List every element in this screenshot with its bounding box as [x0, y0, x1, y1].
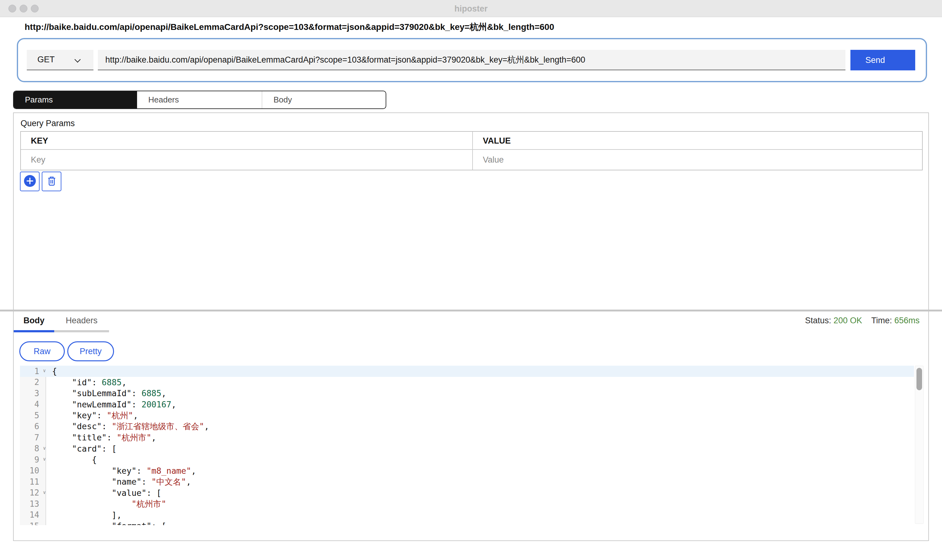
add-param-button[interactable]	[20, 172, 40, 191]
fold-toggle-icon[interactable]: ∨	[43, 490, 46, 495]
line-number: 9	[34, 455, 39, 465]
code-editor[interactable]: 1∨{2 "id": 6885,3 "subLemmaId": 6885,4 "…	[20, 366, 914, 525]
status-value: 200 OK	[834, 316, 862, 325]
code-line: 2 "id": 6885,	[20, 377, 914, 388]
scrollbar-thumb[interactable]	[916, 368, 922, 390]
code-line-text: "format": [	[46, 521, 166, 525]
code-line: 5 "key": "杭州",	[20, 410, 914, 421]
line-number: 7	[34, 433, 39, 442]
gutter-cell: 9∨	[20, 454, 46, 465]
gutter-cell: 13	[20, 498, 46, 509]
fold-toggle-icon[interactable]: ∨	[43, 368, 46, 373]
code-line-text: "newLemmaId": 200167,	[46, 400, 176, 409]
send-button[interactable]: Send	[850, 50, 915, 71]
code-line: 10 "key": "m8_name",	[20, 465, 914, 477]
line-number: 13	[29, 499, 39, 509]
code-line: 11 "name": "中文名",	[20, 476, 914, 488]
fold-toggle-icon[interactable]: ∨	[43, 446, 46, 451]
method-select-value: GET	[37, 55, 55, 65]
code-line: 6 "desc": "浙江省辖地级市、省会",	[20, 421, 914, 432]
status-bar: Status: 200 OK Time: 656ms	[805, 316, 920, 326]
gutter-cell: 15	[20, 520, 46, 525]
gutter-cell: 8∨	[20, 443, 46, 454]
gutter-cell: 11	[20, 476, 46, 488]
code-line-text: "name": "中文名",	[46, 476, 191, 488]
gutter-cell: 3	[20, 388, 46, 399]
response-tab-headers[interactable]: Headers	[54, 314, 109, 327]
request-url-heading: http://baike.baidu.com/api/openapi/Baike…	[25, 21, 554, 33]
window-title: hiposter	[0, 4, 942, 14]
code-line-text: "key": "杭州",	[46, 410, 138, 421]
code-lines: 1∨{2 "id": 6885,3 "subLemmaId": 6885,4 "…	[20, 366, 914, 525]
query-params-title: Query Params	[20, 118, 75, 128]
line-number: 3	[34, 389, 39, 398]
code-line: 13 "杭州市"	[20, 498, 914, 509]
line-number: 6	[34, 422, 39, 431]
code-line: 7 "title": "杭州市",	[20, 432, 914, 443]
request-panel: GET Send	[17, 38, 927, 82]
line-number: 4	[34, 400, 39, 409]
code-line-text: "card": [	[46, 444, 117, 454]
line-number: 11	[29, 477, 39, 486]
code-line-text: ],	[46, 510, 122, 520]
line-number: 10	[29, 466, 39, 475]
pretty-view-button[interactable]: Pretty	[67, 342, 114, 361]
code-line: 3 "subLemmaId": 6885,	[20, 388, 914, 399]
code-line: 8∨ "card": [	[20, 443, 914, 454]
line-number: 12	[29, 488, 39, 497]
code-line-text: "subLemmaId": 6885,	[46, 388, 166, 398]
trash-icon	[46, 175, 58, 188]
code-line: 15 "format": [	[20, 520, 914, 525]
code-line: 4 "newLemmaId": 200167,	[20, 399, 914, 410]
gutter-cell: 2	[20, 377, 46, 388]
fold-toggle-icon[interactable]: ∨	[43, 457, 46, 462]
inactive-tab-underline	[54, 330, 109, 332]
plus-icon	[24, 175, 36, 188]
gutter-cell: 7	[20, 432, 46, 443]
code-line: 12∨ "value": [	[20, 488, 914, 498]
code-line-text: {	[46, 366, 57, 376]
code-line: 1∨{	[20, 366, 914, 377]
param-key-input[interactable]	[31, 151, 461, 169]
code-line-text: "id": 6885,	[46, 377, 126, 387]
delete-param-button[interactable]	[42, 172, 62, 191]
editor-scrollbar[interactable]	[915, 366, 924, 524]
value-column-header: VALUE	[483, 132, 511, 150]
code-line-text: "title": "杭州市",	[46, 432, 156, 443]
gutter-cell: 10	[20, 465, 46, 477]
code-line-text: {	[46, 455, 97, 465]
gutter-cell: 14	[20, 509, 46, 521]
title-bar: hiposter	[0, 0, 942, 17]
query-params-table: KEY VALUE	[20, 131, 923, 170]
gutter-cell: 4	[20, 399, 46, 410]
line-number: 2	[34, 377, 39, 387]
raw-view-button[interactable]: Raw	[19, 342, 65, 361]
time-label: Time:	[871, 316, 892, 325]
response-tab-body[interactable]: Body	[14, 314, 54, 327]
code-line: 14 ],	[20, 509, 914, 521]
tab-body[interactable]: Body	[262, 91, 386, 108]
param-value-input[interactable]	[483, 151, 913, 169]
code-line-text: "value": [	[46, 488, 162, 498]
line-number: 14	[29, 510, 39, 520]
active-tab-underline	[14, 330, 54, 332]
tab-params[interactable]: Params	[14, 91, 137, 108]
tab-headers[interactable]: Headers	[137, 91, 262, 108]
url-input[interactable]	[98, 50, 845, 71]
gutter-cell: 5	[20, 410, 46, 421]
table-header-row	[21, 132, 922, 150]
line-number: 1	[34, 366, 39, 376]
column-divider	[472, 132, 473, 170]
gutter-cell: 1∨	[20, 366, 46, 377]
code-line-text: "杭州市"	[46, 498, 166, 509]
status-label: Status:	[805, 316, 831, 325]
app-window: hiposter http://baike.baidu.com/api/open…	[0, 0, 942, 560]
code-line-text: "desc": "浙江省辖地级市、省会",	[46, 421, 209, 432]
time-value: 656ms	[894, 316, 920, 325]
gutter-cell: 6	[20, 421, 46, 432]
key-column-header: KEY	[31, 132, 48, 150]
line-number: 5	[34, 411, 39, 420]
response-panel: Body Headers Status: 200 OK Time: 656ms …	[13, 311, 929, 541]
params-panel: Query Params KEY VALUE	[13, 112, 929, 309]
method-select[interactable]: GET	[27, 50, 94, 71]
